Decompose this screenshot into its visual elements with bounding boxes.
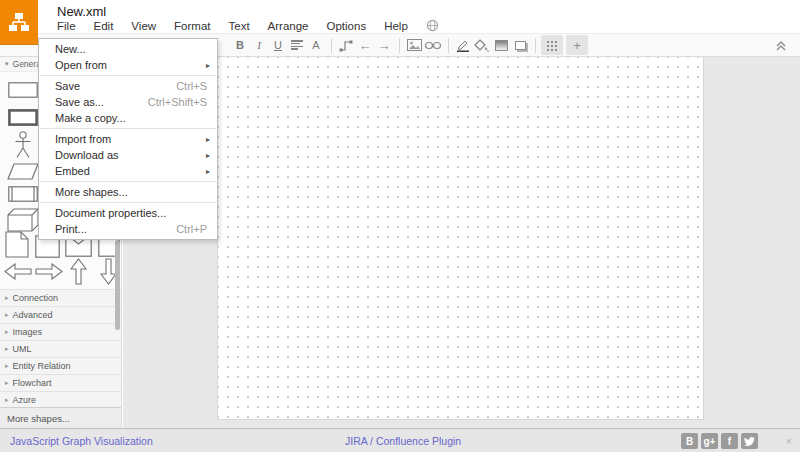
toolbar-separator	[331, 38, 332, 53]
toolbar-separator	[535, 38, 536, 53]
social-links: B g+ f	[681, 433, 758, 449]
menu-file[interactable]: File	[55, 20, 78, 32]
menu-item-label: Print...	[55, 223, 87, 235]
shape-bold-rectangle[interactable]	[8, 109, 38, 126]
menu-item-print[interactable]: Print... Ctrl+P	[39, 221, 217, 237]
menu-help[interactable]: Help	[382, 20, 410, 32]
jira-confluence-plugin-link[interactable]: JIRA / Confluence Plugin	[345, 435, 461, 447]
menu-item-save[interactable]: Save Ctrl+S	[39, 78, 217, 94]
blogger-icon[interactable]: B	[681, 433, 698, 449]
menu-view[interactable]: View	[129, 20, 158, 32]
shape-arrow-up[interactable]	[70, 258, 87, 285]
menu-edit[interactable]: Edit	[92, 20, 116, 32]
facebook-icon[interactable]: f	[721, 433, 738, 449]
shape-arrow-left[interactable]	[4, 263, 32, 280]
section-entity-relation[interactable]: ▸ Entity Relation	[0, 358, 121, 375]
google-plus-icon[interactable]: g+	[701, 433, 718, 449]
insert-image-button[interactable]	[405, 35, 423, 55]
section-advanced[interactable]: ▸ Advanced	[0, 307, 121, 324]
section-connection[interactable]: ▸ Connection	[0, 290, 121, 307]
section-label: Azure	[13, 395, 37, 405]
menu-separator	[40, 202, 216, 203]
menu-item-import-from[interactable]: Import from ▸	[39, 131, 217, 147]
toolbar-separator	[448, 38, 449, 53]
font-color-button[interactable]: A	[307, 35, 325, 55]
menu-item-label: Document properties...	[55, 207, 166, 219]
section-uml[interactable]: ▸ UML	[0, 341, 121, 358]
collapse-panel-button[interactable]	[772, 38, 790, 54]
shape-process[interactable]	[8, 186, 38, 202]
expand-triangle-icon: ▸	[5, 396, 9, 404]
section-flowchart[interactable]: ▸ Flowchart	[0, 375, 121, 392]
drawio-logo	[0, 0, 38, 45]
menu-options[interactable]: Options	[325, 20, 369, 32]
shape-actor[interactable]	[13, 131, 33, 159]
menu-item-download-as[interactable]: Download as ▸	[39, 147, 217, 163]
arrow-right-button[interactable]: →	[375, 35, 393, 55]
expand-triangle-icon: ▸	[5, 311, 9, 319]
language-globe-icon[interactable]	[426, 19, 439, 32]
collapse-triangle-icon: ▾	[5, 60, 9, 68]
expand-triangle-icon: ▸	[5, 345, 9, 353]
grid-toggle-button[interactable]	[541, 35, 563, 55]
expand-triangle-icon: ▸	[5, 294, 9, 302]
underline-icon: U	[274, 39, 282, 51]
section-images[interactable]: ▸ Images	[0, 324, 121, 341]
menu-item-make-a-copy[interactable]: Make a copy...	[39, 110, 217, 126]
gradient-button[interactable]	[492, 35, 510, 55]
menu-item-open-from[interactable]: Open from ▸	[39, 57, 217, 73]
shape-note[interactable]	[5, 231, 29, 258]
twitter-icon[interactable]	[741, 433, 758, 449]
shape-cube[interactable]	[7, 208, 39, 232]
grid-icon	[546, 40, 558, 51]
section-label: UML	[13, 344, 32, 354]
section-label: Connection	[13, 293, 59, 303]
footer: JavaScript Graph Visualization JIRA / Co…	[0, 428, 800, 452]
document-title: New.xml	[57, 4, 106, 19]
align-button[interactable]	[288, 35, 306, 55]
bold-icon: B	[236, 39, 244, 51]
org-chart-icon	[8, 12, 30, 33]
drawing-canvas[interactable]	[217, 57, 704, 420]
underline-button[interactable]: U	[269, 35, 287, 55]
menu-item-document-properties[interactable]: Document properties...	[39, 205, 217, 221]
menu-item-save-as[interactable]: Save as... Ctrl+Shift+S	[39, 94, 217, 110]
line-color-button[interactable]	[454, 35, 472, 55]
bold-button[interactable]: B	[231, 35, 249, 55]
shadow-icon	[515, 41, 526, 50]
waypoints-button[interactable]	[337, 35, 355, 55]
sidebar-scrollbar-thumb[interactable]	[115, 240, 120, 330]
more-shapes-button[interactable]: More shapes...	[0, 407, 121, 428]
drawio-application: New.xml File Edit View Format Text Arran…	[0, 0, 800, 452]
insert-shape-button[interactable]: +	[566, 35, 588, 55]
menu-text[interactable]: Text	[227, 20, 252, 32]
italic-button[interactable]: I	[250, 35, 268, 55]
arrow-left-icon: ←	[359, 38, 372, 53]
menu-format[interactable]: Format	[172, 20, 212, 32]
shadow-button[interactable]	[511, 35, 529, 55]
menu-item-new[interactable]: New...	[39, 41, 217, 57]
arrow-left-button[interactable]: ←	[356, 35, 374, 55]
expand-triangle-icon: ▸	[5, 328, 9, 336]
shape-rectangle[interactable]	[8, 82, 38, 98]
menu-item-embed[interactable]: Embed ▸	[39, 163, 217, 179]
link-icon	[425, 41, 441, 50]
fill-color-icon	[474, 39, 490, 52]
close-footer-icon[interactable]: ×	[786, 435, 792, 447]
shape-arrow-right[interactable]	[35, 263, 63, 280]
insert-link-button[interactable]	[424, 35, 442, 55]
image-icon	[407, 39, 422, 51]
menu-item-label: Save	[55, 80, 80, 92]
menu-item-label: Make a copy...	[55, 112, 126, 124]
shape-parallelogram[interactable]	[7, 163, 39, 180]
more-shapes-label: More shapes...	[7, 413, 70, 424]
menu-item-more-shapes[interactable]: More shapes...	[39, 184, 217, 200]
font-color-icon: A	[312, 39, 319, 51]
fill-color-button[interactable]	[473, 35, 491, 55]
diagram-background	[123, 57, 800, 428]
shortcut-label: Ctrl+Shift+S	[148, 94, 207, 110]
expand-triangle-icon: ▸	[5, 379, 9, 387]
js-graph-visualization-link[interactable]: JavaScript Graph Visualization	[10, 435, 153, 447]
menu-arrange[interactable]: Arrange	[266, 20, 311, 32]
expand-triangle-icon: ▸	[5, 362, 9, 370]
